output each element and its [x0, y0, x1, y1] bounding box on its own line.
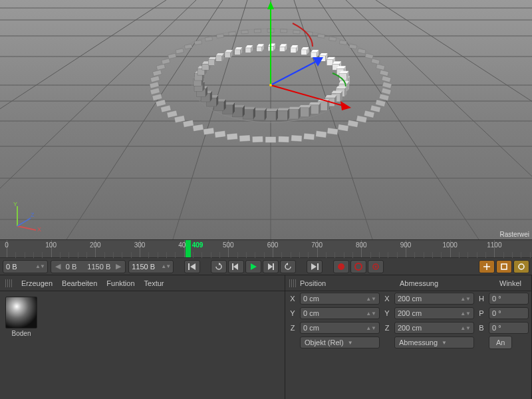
svg-rect-36 — [239, 135, 250, 142]
record-button[interactable] — [333, 260, 349, 273]
prev-frame-button[interactable] — [228, 260, 244, 273]
svg-text:X: X — [37, 226, 41, 233]
svg-point-222 — [355, 263, 362, 270]
svg-rect-59 — [229, 32, 236, 36]
dimension-x-field[interactable]: 200 cm▲▼ — [394, 293, 474, 305]
dimension-mode-dropdown[interactable]: Abmessung▼ — [394, 336, 474, 348]
svg-rect-187 — [327, 60, 333, 66]
viewport-3d[interactable]: Y X Z Rasterwei — [0, 0, 532, 239]
apply-button[interactable]: An — [489, 336, 512, 349]
goto-start-button[interactable] — [184, 260, 200, 273]
dimension-y-field[interactable]: 200 cm▲▼ — [394, 307, 474, 319]
svg-marker-114 — [243, 107, 255, 110]
svg-marker-219 — [311, 263, 317, 270]
angle-b-field[interactable]: 0 ° — [489, 322, 529, 334]
svg-line-208 — [17, 218, 31, 226]
panel-grip-icon[interactable] — [5, 279, 12, 287]
mode-dropdown[interactable]: Objekt (Rel)▼ — [300, 336, 380, 348]
svg-rect-69 — [349, 44, 357, 49]
loop-button[interactable] — [211, 260, 227, 273]
svg-rect-109 — [265, 111, 276, 120]
angle-h-field[interactable]: 0 ° — [489, 293, 529, 305]
svg-marker-111 — [254, 108, 267, 111]
loop-forward-button[interactable] — [280, 260, 296, 273]
svg-rect-51 — [156, 64, 165, 70]
svg-point-224 — [375, 265, 377, 267]
svg-rect-21 — [382, 88, 392, 94]
position-y-field[interactable]: 0 cm▲▼ — [300, 307, 380, 319]
svg-marker-211 — [190, 263, 196, 270]
svg-rect-210 — [188, 263, 190, 270]
material-menubar: Erzeugen Bearbeiten Funktion Textur — [0, 275, 285, 291]
axis-label: Z — [382, 324, 392, 332]
material-item[interactable]: Boden — [5, 297, 37, 337]
svg-marker-102 — [288, 107, 301, 110]
svg-rect-151 — [208, 60, 215, 66]
position-x-field[interactable]: 0 cm▲▼ — [300, 293, 380, 305]
svg-marker-200 — [340, 101, 351, 110]
end-frame-field[interactable]: 1150 B▲▼ — [128, 260, 174, 273]
angle-key-label: H — [477, 295, 486, 303]
svg-marker-96 — [309, 102, 321, 105]
svg-marker-198 — [267, 1, 274, 9]
svg-point-221 — [338, 263, 344, 270]
header-position: Position — [300, 279, 400, 287]
axis-label: X — [382, 295, 392, 303]
play-button[interactable] — [245, 260, 261, 273]
menu-create[interactable]: Erzeugen — [21, 279, 53, 287]
material-preview-icon — [5, 297, 37, 329]
dimension-z-field[interactable]: 200 cm▲▼ — [394, 322, 474, 334]
start-frame-field[interactable]: 0 B▲▼ — [3, 260, 48, 273]
svg-rect-178 — [301, 50, 307, 55]
svg-rect-166 — [257, 47, 262, 51]
axis-label: Z — [288, 324, 297, 332]
menu-function[interactable]: Funktion — [106, 279, 134, 287]
coord-row: Y0 cm▲▼Y200 cm▲▼P0 ° — [285, 306, 531, 321]
angle-p-field[interactable]: 0 ° — [489, 307, 529, 319]
panel-grip-icon[interactable] — [289, 279, 296, 287]
scale-tool-button[interactable] — [496, 260, 512, 273]
menu-edit[interactable]: Bearbeiten — [62, 279, 97, 287]
svg-rect-43 — [167, 110, 178, 118]
angle-key-label: P — [477, 309, 486, 317]
header-dimension: Abmessung — [400, 279, 499, 287]
svg-line-206 — [17, 226, 36, 230]
axis-label: X — [288, 295, 297, 303]
angle-key-label: B — [477, 324, 486, 332]
svg-rect-33 — [278, 136, 289, 142]
coord-row: Z0 cm▲▼Z200 cm▲▼B0 ° — [285, 321, 531, 335]
move-tool-button[interactable] — [479, 260, 495, 273]
svg-rect-54 — [176, 49, 184, 54]
key-selection-button[interactable] — [368, 260, 384, 273]
next-frame-button[interactable] — [263, 260, 279, 273]
svg-rect-47 — [150, 88, 160, 94]
rotate-tool-button[interactable] — [513, 260, 529, 273]
svg-rect-34 — [265, 137, 276, 143]
position-z-field[interactable]: 0 cm▲▼ — [300, 322, 380, 334]
autokey-button[interactable] — [350, 260, 366, 273]
svg-rect-32 — [291, 135, 302, 142]
svg-rect-75 — [382, 76, 391, 82]
menu-texture[interactable]: Textur — [144, 279, 164, 287]
svg-rect-39 — [203, 128, 215, 135]
svg-text:Y: Y — [13, 201, 17, 207]
goto-end-button[interactable] — [307, 260, 323, 273]
svg-rect-22 — [379, 94, 389, 101]
svg-rect-103 — [288, 110, 299, 119]
svg-rect-217 — [273, 263, 274, 270]
svg-rect-58 — [217, 34, 224, 38]
timeline-ruler[interactable]: 010020030040050060070080090010001100409 — [0, 239, 532, 258]
svg-rect-73 — [376, 64, 385, 70]
svg-rect-71 — [365, 53, 373, 59]
svg-rect-35 — [252, 136, 263, 142]
svg-rect-70 — [358, 49, 366, 54]
axis-label: Y — [288, 309, 297, 317]
coord-row: X0 cm▲▼X200 cm▲▼H0 ° — [285, 291, 531, 306]
svg-point-203 — [269, 84, 272, 86]
svg-rect-220 — [317, 263, 319, 270]
viewport-scene — [0, 0, 532, 239]
svg-rect-28 — [338, 124, 349, 132]
svg-marker-216 — [268, 263, 273, 270]
range-field[interactable]: ◀ 0 B 1150 B ▶ — [51, 260, 126, 273]
svg-marker-99 — [299, 105, 311, 108]
